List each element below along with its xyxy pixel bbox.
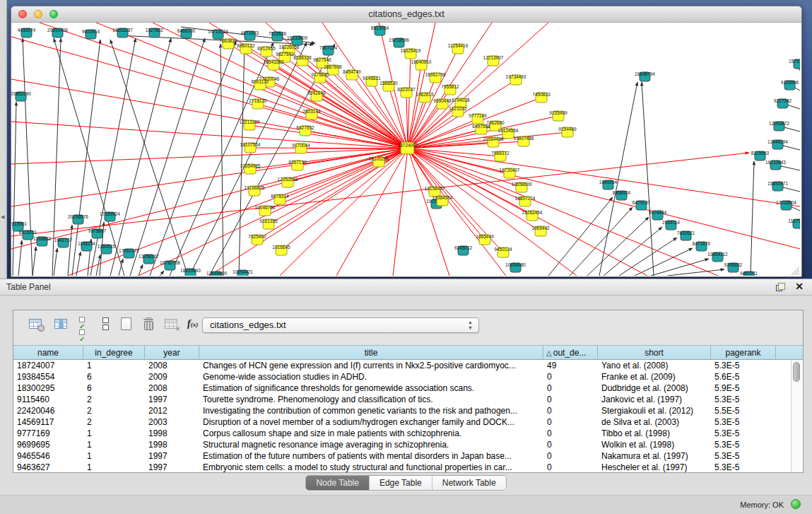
table-row[interactable]: 1830029562008Estimation of significance … [13, 382, 790, 394]
table-cell[interactable]: 2008 [145, 360, 199, 371]
table-cell[interactable]: 1997 [145, 462, 199, 472]
table-cell[interactable]: 5.9E-5 [711, 382, 776, 394]
table-cell[interactable]: 1998 [145, 428, 199, 439]
table-cell[interactable]: 9115460 [13, 394, 83, 405]
vertical-scrollbar[interactable] [791, 360, 802, 472]
table-cell[interactable]: 0 [543, 382, 598, 394]
table-cell[interactable]: 9465546 [13, 450, 83, 462]
table-cell[interactable]: 5.3E-5 [711, 416, 776, 428]
table-cell[interactable]: 0 [543, 416, 598, 428]
column-header-short[interactable]: short [598, 346, 711, 361]
table-cell[interactable]: Wolkin et al. (1998) [598, 439, 711, 450]
table-cell[interactable]: 1998 [145, 439, 199, 450]
table-cell[interactable]: 5.6E-5 [711, 371, 776, 382]
table-row[interactable]: 911546021997Tourette syndrome. Phenomeno… [13, 394, 790, 405]
table-cell[interactable]: 5.3E-5 [711, 428, 776, 439]
table-cell[interactable]: 14569117 [13, 416, 83, 428]
table-cell[interactable]: 2008 [145, 382, 199, 394]
tab-network-table[interactable]: Network Table [433, 476, 506, 490]
close-panel-icon[interactable]: ✕ [795, 281, 804, 292]
table-cell[interactable]: 0 [543, 439, 598, 450]
table-cell[interactable]: 2 [83, 394, 145, 405]
row-height-button[interactable] [102, 317, 108, 329]
table-cell[interactable]: Embryonic stem cells: a model to study s… [199, 462, 543, 472]
table-cell[interactable]: 1 [83, 462, 145, 472]
table-cell[interactable]: Estimation of the future numbers of pati… [199, 450, 543, 462]
table-cell[interactable]: Structural magnetic resonance image aver… [199, 439, 543, 450]
table-row[interactable]: 1456911722003Disruption of a novel membe… [13, 416, 790, 428]
table-cell[interactable]: 6 [83, 371, 145, 382]
table-settings-button[interactable] [29, 319, 42, 329]
scrollbar-thumb[interactable] [793, 362, 800, 382]
table-row[interactable]: 2242004622012Investigating the contribut… [13, 405, 790, 416]
table-cell[interactable]: 0 [543, 371, 598, 382]
table-cell[interactable]: 9777169 [13, 428, 83, 439]
collapse-arrow-icon[interactable]: ◀ [1, 214, 4, 220]
table-cell[interactable]: de Silva et al. (2003) [598, 416, 711, 428]
table-row[interactable]: 1938455462009Genome-wide association stu… [13, 371, 790, 382]
table-cell[interactable]: Changes of HCN gene expression and I(f) … [199, 360, 543, 371]
select-columns-button[interactable]: ✓✓ [79, 317, 90, 329]
table-cell[interactable]: 0 [543, 394, 598, 405]
table-row[interactable]: 946362711997Embryonic stem cells: a mode… [13, 462, 790, 472]
table-cell[interactable]: 5.3E-5 [711, 394, 776, 405]
window-titlebar[interactable]: citations_edges.txt [11, 6, 801, 23]
table-cell[interactable]: Genome-wide association studies in ADHD. [199, 371, 543, 382]
table-cell[interactable]: 18724007 [13, 360, 83, 371]
table-row[interactable]: 1872400712008Changes of HCN gene express… [13, 360, 790, 371]
table-cell[interactable]: 6 [83, 382, 145, 394]
table-cell[interactable]: 9463627 [13, 462, 83, 472]
table-cell[interactable]: 0 [543, 428, 598, 439]
show-columns-button[interactable] [54, 319, 67, 329]
table-cell[interactable]: 49 [543, 360, 598, 371]
table-cell[interactable]: 2009 [145, 371, 199, 382]
resize-grip-icon[interactable] [792, 267, 799, 275]
table-cell[interactable]: Dudbridge et al. (2008) [598, 382, 711, 394]
table-cell[interactable]: 1997 [145, 394, 199, 405]
table-cell[interactable]: 19384554 [13, 371, 83, 382]
table-cell[interactable]: 2 [83, 416, 145, 428]
table-cell[interactable]: Nakamura et al. (1997) [598, 450, 711, 462]
table-cell[interactable]: Tourette syndrome. Phenomenology and cla… [199, 394, 543, 405]
table-cell[interactable]: 5.3E-5 [711, 360, 776, 371]
table-cell[interactable]: 9699695 [13, 439, 83, 450]
column-header-year[interactable]: year [145, 346, 199, 361]
import-table-button[interactable]: ✕ [165, 319, 177, 329]
table-cell[interactable]: 22420046 [13, 405, 83, 416]
table-row[interactable]: 946554611997Estimation of the future num… [13, 450, 790, 462]
delete-table-button[interactable] [143, 317, 153, 329]
table-cell[interactable]: 18300295 [13, 382, 83, 394]
table-cell[interactable]: Investigating the contribution of common… [199, 405, 543, 416]
table-cell[interactable]: 1 [83, 439, 145, 450]
table-cell[interactable]: Yano et al. (2008) [598, 360, 711, 371]
tab-edge-table[interactable]: Edge Table [370, 476, 433, 490]
column-header-pagerank[interactable]: pagerank [711, 346, 776, 361]
function-builder-button[interactable]: f(x) [187, 317, 198, 329]
collapsed-side-panel[interactable]: ◀ [0, 0, 7, 279]
float-panel-icon[interactable] [776, 283, 785, 291]
column-header-outde[interactable]: △out_de... [543, 346, 598, 361]
memory-status-icon[interactable] [791, 499, 801, 509]
table-cell[interactable]: 0 [543, 450, 598, 462]
table-cell[interactable]: 0 [543, 405, 598, 416]
table-cell[interactable]: 1 [83, 360, 145, 371]
table-cell[interactable]: 5.3E-5 [711, 439, 776, 450]
table-cell[interactable]: 1 [83, 450, 145, 462]
table-cell[interactable]: Franke et al. (2009) [598, 371, 711, 382]
table-cell[interactable]: Hescheler et al. (1997) [598, 462, 711, 472]
column-header-name[interactable]: name [13, 346, 83, 361]
table-cell[interactable]: 2 [83, 405, 145, 416]
table-row[interactable]: 977716911998Corpus callosum shape and si… [13, 428, 790, 439]
table-cell[interactable]: Estimation of significance thresholds fo… [199, 382, 543, 394]
network-canvas[interactable]: 4035574206914069610414106532871527602646… [11, 23, 800, 276]
table-cell[interactable]: 0 [543, 462, 598, 472]
table-row[interactable]: 969969511998Structural magnetic resonanc… [13, 439, 790, 450]
tab-node-table[interactable]: Node Table [306, 476, 370, 490]
table-cell[interactable]: 5.5E-5 [711, 405, 776, 416]
table-cell[interactable]: Jankovic et al. (1997) [598, 394, 711, 405]
table-cell[interactable]: Disruption of a novel member of a sodium… [199, 416, 543, 428]
column-header-indegree[interactable]: in_degree [83, 346, 145, 361]
network-table-select[interactable]: citations_edges.txt ▲▼ [202, 317, 479, 333]
table-cell[interactable]: Tibbo et al. (1998) [598, 428, 711, 439]
table-cell[interactable]: Corpus callosum shape and size in male p… [199, 428, 543, 439]
